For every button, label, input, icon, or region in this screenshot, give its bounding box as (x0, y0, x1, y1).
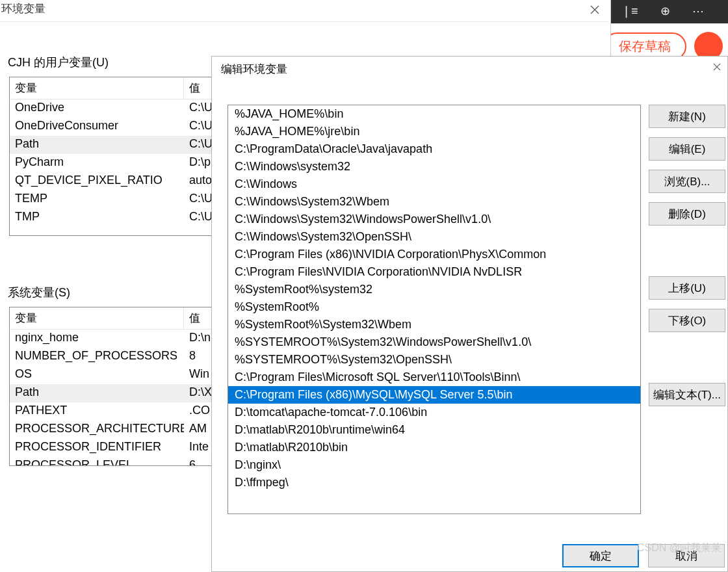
cell-variable: Path (10, 384, 184, 402)
chat-icon[interactable]: ❘≡ (621, 4, 638, 18)
edit-env-var-dialog: 编辑环境变量 %JAVA_HOME%\bin%JAVA_HOME%\jre\bi… (211, 56, 728, 572)
path-list-container: %JAVA_HOME%\bin%JAVA_HOME%\jre\binC:\Pro… (228, 105, 641, 514)
button-column: 新建(N) 编辑(E) 浏览(B)... 删除(D) 上移(U) 下移(O) 编… (649, 105, 725, 406)
dialog-title: 环境变量 (0, 0, 610, 18)
list-item[interactable]: C:\Program Files (x86)\MySQL\MySQL Serve… (228, 386, 640, 404)
cell-variable: OS (10, 366, 184, 384)
close-icon[interactable] (708, 60, 726, 73)
list-item[interactable]: C:\Windows\system32 (228, 158, 640, 176)
col-variable[interactable]: 变量 (10, 77, 184, 99)
cell-variable: PROCESSOR_ARCHITECTURE (10, 421, 184, 439)
list-item[interactable]: C:\ProgramData\Oracle\Java\javapath (228, 140, 640, 158)
watermark: CSDN @叫我莱莱 (637, 541, 722, 555)
list-item[interactable]: C:\Program Files\NVIDIA Corporation\NVID… (228, 263, 640, 281)
cell-variable: PyCharm (10, 154, 184, 172)
list-item[interactable]: C:\Windows\System32\OpenSSH\ (228, 228, 640, 246)
list-item[interactable]: D:\ffmpeg\ (228, 474, 640, 491)
list-item[interactable]: %SYSTEMROOT%\System32\OpenSSH\ (228, 351, 640, 369)
spacer (649, 341, 725, 374)
cell-variable: OneDriveConsumer (10, 118, 184, 136)
list-item[interactable]: %JAVA_HOME%\bin (228, 105, 640, 123)
cell-variable: PROCESSOR_LEVEL (10, 457, 184, 466)
list-item[interactable]: D:\matlab\R2010b\runtime\win64 (228, 421, 640, 439)
list-item[interactable]: C:\Windows\System32\Wbem (228, 193, 640, 211)
cell-variable: NUMBER_OF_PROCESSORS (10, 348, 184, 366)
cell-variable: QT_DEVICE_PIXEL_RATIO (10, 172, 184, 190)
list-item[interactable]: %SYSTEMROOT%\System32\WindowsPowerShell\… (228, 333, 640, 351)
menu-icon[interactable]: ⋯ (692, 4, 704, 18)
cell-variable: TMP (10, 209, 184, 227)
ok-button[interactable]: 确定 (562, 544, 639, 567)
cell-variable: Path (10, 136, 184, 154)
col-variable[interactable]: 变量 (10, 307, 184, 329)
new-button[interactable]: 新建(N) (649, 105, 725, 128)
path-listbox[interactable]: %JAVA_HOME%\bin%JAVA_HOME%\jre\binC:\Pro… (228, 105, 640, 514)
list-item[interactable]: C:\Program Files\Microsoft SQL Server\11… (228, 369, 640, 386)
cell-variable: PROCESSOR_IDENTIFIER (10, 439, 184, 457)
add-icon[interactable]: ⊕ (660, 4, 670, 18)
delete-button[interactable]: 删除(D) (649, 202, 725, 226)
list-item[interactable]: %SystemRoot%\system32 (228, 281, 640, 298)
list-item[interactable]: D:\nginx\ (228, 456, 640, 474)
cell-variable: OneDrive (10, 99, 184, 118)
cell-variable: TEMP (10, 190, 184, 209)
list-item[interactable]: C:\Windows\System32\WindowsPowerShell\v1… (228, 211, 640, 228)
list-item[interactable]: %SystemRoot% (228, 298, 640, 316)
strip-icons: ❘≡ ⊕ ⋯ (611, 0, 728, 22)
move-down-button[interactable]: 下移(O) (649, 309, 725, 332)
spacer (649, 235, 725, 267)
list-item[interactable]: D:\matlab\R2010b\bin (228, 439, 640, 456)
edit-text-button[interactable]: 编辑文本(T)... (649, 383, 725, 406)
browse-button[interactable]: 浏览(B)... (649, 170, 725, 193)
list-item[interactable]: %SystemRoot%\System32\Wbem (228, 316, 640, 333)
edit-button[interactable]: 编辑(E) (649, 137, 725, 161)
list-item[interactable]: C:\Program Files (x86)\NVIDIA Corporatio… (228, 246, 640, 263)
list-item[interactable]: D:\tomcat\apache-tomcat-7.0.106\bin (228, 404, 640, 421)
cell-variable: nginx_home (10, 330, 184, 348)
close-button[interactable] (582, 0, 608, 20)
edit-dialog-title: 编辑环境变量 (212, 57, 727, 82)
cell-variable: PATHEXT (10, 402, 184, 421)
list-item[interactable]: %JAVA_HOME%\jre\bin (228, 123, 640, 140)
move-up-button[interactable]: 上移(U) (649, 276, 725, 300)
list-item[interactable]: C:\Windows (228, 176, 640, 193)
